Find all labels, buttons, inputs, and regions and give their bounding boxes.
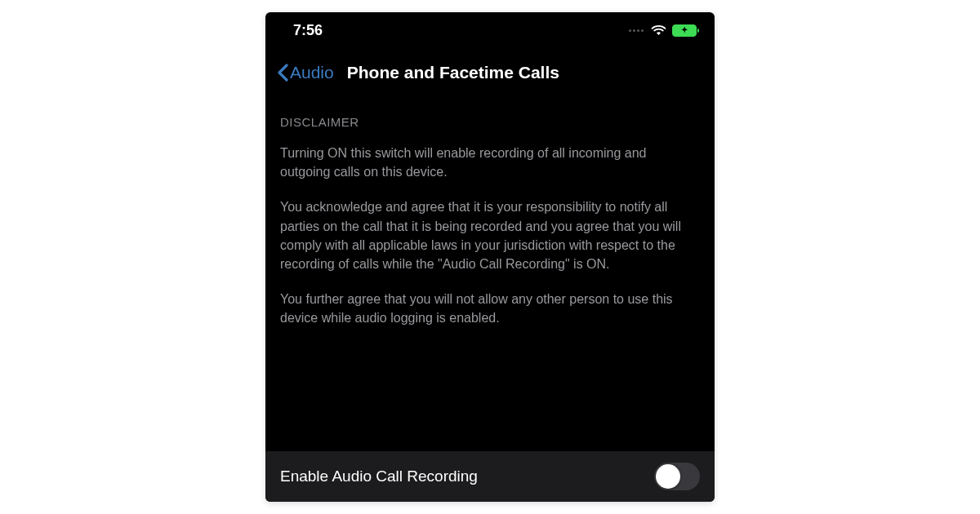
disclaimer-paragraph-1: Turning ON this switch will enable recor… [280, 144, 700, 181]
chevron-left-icon [277, 64, 288, 82]
wifi-icon [651, 24, 666, 36]
back-label: Audio [290, 63, 334, 82]
signal-dots-icon [629, 29, 644, 32]
status-time: 7:56 [293, 22, 323, 39]
navigation-bar: Audio Phone and Facetime Calls [265, 45, 715, 97]
toggle-row: Enable Audio Call Recording [265, 451, 715, 502]
toggle-label: Enable Audio Call Recording [280, 467, 478, 485]
back-button[interactable]: Audio [277, 63, 334, 82]
enable-recording-switch[interactable] [654, 463, 700, 490]
switch-knob [656, 464, 680, 489]
phone-screen: 7:56 ✦ Audio [265, 12, 715, 502]
disclaimer-paragraph-3: You further agree that you will not allo… [280, 290, 700, 327]
battery-charging-icon: ✦ [672, 24, 697, 37]
content: Disclaimer Turning ON this switch will e… [265, 115, 715, 328]
disclaimer-paragraph-2: You acknowledge and agree that it is you… [280, 197, 700, 273]
status-bar: 7:56 ✦ [265, 12, 715, 45]
status-indicators: ✦ [629, 24, 697, 37]
section-header: Disclaimer [280, 115, 700, 129]
page-title: Phone and Facetime Calls [347, 63, 559, 82]
